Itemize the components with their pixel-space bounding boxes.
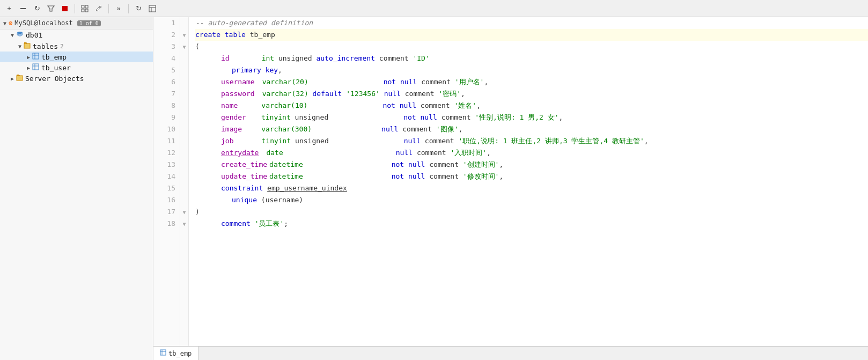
tree-item-tb-emp[interactable]: ▶ tb_emp	[0, 52, 153, 62]
code-line-1[interactable]: -- auto-generated definition	[195, 17, 868, 29]
l13-createtime: create_time	[221, 159, 267, 171]
more-button[interactable]: »	[113, 3, 124, 14]
l17-paren: )	[195, 206, 200, 218]
code-line-17[interactable]: )	[195, 206, 868, 218]
svg-rect-20	[17, 76, 23, 80]
l4-id: id	[221, 53, 230, 64]
svg-rect-4	[85, 5, 88, 8]
fold-16	[180, 194, 188, 206]
fold-2[interactable]: ▼	[180, 29, 188, 41]
code-lines[interactable]: -- auto-generated definition create tabl…	[189, 17, 868, 346]
code-line-2[interactable]: create table tb_emp	[195, 29, 868, 41]
code-line-11[interactable]: job tinyint unsigned null comment '职位,说明…	[195, 135, 868, 147]
l9-unsigned: unsigned	[291, 112, 328, 123]
fold-14	[180, 171, 188, 182]
fold-markers: ▼ ▼ ▼ ▼	[180, 17, 189, 346]
fold-15	[180, 182, 188, 194]
editor-content[interactable]: 1 2 3 4 5 6 7 8 9 10 11 12 13 14 15 16 1…	[153, 17, 868, 346]
l4-unsigned: unsigned	[274, 53, 316, 64]
l10-str: '图像'	[436, 123, 459, 135]
stop-button[interactable]	[59, 3, 71, 14]
code-line-15[interactable]: constraint emp_username_uindex	[195, 182, 868, 194]
filter-button[interactable]	[45, 3, 57, 14]
svg-rect-17	[33, 64, 39, 70]
db01-label: db01	[26, 31, 42, 39]
l11-comment: comment	[421, 135, 458, 147]
svg-rect-23	[160, 350, 166, 355]
tb-user-arrow: ▶	[25, 65, 32, 71]
l12-str: '入职时间'	[451, 147, 487, 159]
l16-sp	[257, 194, 261, 206]
l7-null: null	[384, 88, 401, 100]
l10-varchar: varchar(300)	[261, 123, 312, 135]
fold-17[interactable]: ▼	[180, 206, 188, 218]
l8-varchar: varchar(10)	[261, 100, 307, 112]
l4-idstr: 'ID'	[413, 53, 429, 64]
tab-label: tb_emp	[168, 350, 192, 357]
svg-rect-6	[85, 9, 88, 12]
code-line-7[interactable]: password varchar(32) default '123456' nu…	[195, 88, 868, 100]
fold-8	[180, 100, 188, 112]
code-line-9[interactable]: gender tinyint unsigned not null comment…	[195, 112, 868, 123]
code-line-8[interactable]: name varchar(10) not null comment '姓名' ,	[195, 100, 868, 112]
code-line-6[interactable]: username varchar(20) not null comment '用…	[195, 76, 868, 88]
svg-rect-2	[62, 6, 68, 11]
ln-7: 7	[153, 88, 180, 100]
fold-3[interactable]: ▼	[180, 41, 188, 53]
code-line-4[interactable]: id int unsigned auto_increment comment '…	[195, 53, 868, 64]
refresh2-button[interactable]: ↻	[133, 3, 144, 14]
svg-point-10	[17, 32, 23, 34]
tab-tb-emp[interactable]: tb_emp	[153, 347, 198, 361]
tree-item-server-objects[interactable]: ▶ Server Objects	[0, 73, 153, 84]
svg-marker-12	[24, 42, 26, 43]
l5-sp	[261, 64, 266, 76]
l7-str: '密码'	[438, 88, 461, 100]
l12-comment: comment	[413, 147, 450, 159]
l10-null: null	[381, 123, 398, 135]
table2-button[interactable]	[146, 3, 158, 14]
separator-1	[75, 4, 75, 13]
code-line-18[interactable]: comment '员工表' ;	[195, 218, 868, 230]
svg-marker-1	[48, 6, 54, 11]
code-line-3[interactable]: (	[195, 41, 868, 53]
l13-notnull: not null	[392, 159, 425, 171]
ln-5: 5	[153, 64, 180, 76]
code-line-16[interactable]: unique ( username )	[195, 194, 868, 206]
l8-str: '姓名'	[454, 100, 476, 112]
l18-str: '员工表'	[255, 218, 284, 230]
tree-item-tb-user[interactable]: ▶ tb_user	[0, 62, 153, 73]
l9-comma: ,	[559, 112, 563, 123]
edit-button[interactable]	[93, 3, 105, 14]
tables-badge: 2	[60, 43, 64, 50]
connection-header[interactable]: ▼ ⚙ MySQL@localhost 1 of 6	[0, 17, 153, 30]
connection-label[interactable]: MySQL@localhost	[14, 19, 72, 27]
l7-default	[308, 88, 313, 100]
code-line-10[interactable]: image varchar(300) null comment '图像' ,	[195, 123, 868, 135]
ln-17: 17	[153, 206, 180, 218]
code-line-14[interactable]: update_time datetime not null comment '修…	[195, 171, 868, 182]
code-line-5[interactable]: primary key ,	[195, 64, 868, 76]
l5-key: key	[266, 64, 278, 76]
l4-int: int	[262, 53, 274, 64]
grid-button[interactable]	[79, 3, 91, 14]
l7-varchar: varchar(32)	[262, 88, 308, 100]
l12-null: null	[396, 147, 413, 159]
tables-arrow: ▼	[16, 43, 24, 49]
server-objects-icon	[16, 74, 23, 83]
toolbar: + ↻ » ↻	[0, 0, 868, 17]
code-line-13[interactable]: create_time datetime not null comment '创…	[195, 159, 868, 171]
tree-item-db01[interactable]: ▼ db01	[0, 30, 153, 41]
fold-18[interactable]: ▼	[180, 218, 188, 230]
l9-comment: comment	[437, 112, 475, 123]
separator-2	[108, 4, 109, 13]
refresh-button[interactable]: ↻	[31, 3, 43, 14]
l4-comment: comment	[375, 53, 413, 64]
add-button[interactable]: +	[3, 3, 15, 14]
tree-item-tables[interactable]: ▼ tables 2	[0, 41, 153, 52]
code-line-12[interactable]: entrydate date null comment '入职时间' ,	[195, 147, 868, 159]
l12-entrydate: entrydate	[221, 147, 259, 159]
remove-button[interactable]	[17, 3, 29, 14]
l10-comma: ,	[458, 123, 462, 135]
fold-4	[180, 53, 188, 64]
l5-primary: primary	[232, 64, 261, 76]
